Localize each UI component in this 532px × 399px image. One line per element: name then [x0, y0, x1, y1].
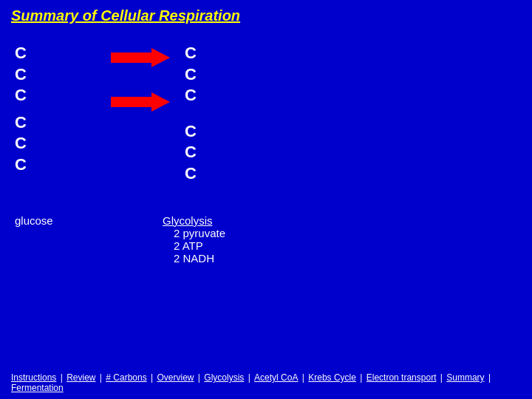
- glycolysis-detail2: 2 ATP: [174, 239, 225, 252]
- nav-fermentation[interactable]: Fermentation: [11, 383, 64, 393]
- nav-electron[interactable]: Electron transport: [366, 372, 437, 383]
- nav-glycolysis[interactable]: Glycolysis: [204, 372, 244, 383]
- carbon-c2: C: [15, 64, 103, 86]
- nav-acetyl[interactable]: Acetyl CoA: [254, 372, 298, 383]
- left-top-carbons: C C C: [15, 43, 103, 106]
- left-bottom-carbons: C C C: [15, 112, 103, 176]
- carbon-c3: C: [15, 85, 103, 106]
- right-carbon-column: C C C C C C: [185, 43, 197, 185]
- nav-instructions[interactable]: Instructions: [11, 372, 56, 383]
- nav-krebs[interactable]: Krebs Cycle: [308, 372, 356, 383]
- glycolysis-info: Glycolysis 2 pyruvate 2 ATP 2 NADH: [163, 214, 225, 265]
- right-top-carbons: C C C: [185, 43, 197, 106]
- carbon-c6: C: [15, 154, 103, 176]
- glycolysis-link[interactable]: Glycolysis: [163, 214, 225, 227]
- bottom-arrow: [111, 91, 170, 113]
- nav-carbons[interactable]: # Carbons: [106, 372, 146, 383]
- carbon-c5: C: [15, 133, 103, 154]
- carbon-r4: C: [185, 121, 197, 143]
- nav-review[interactable]: Review: [66, 372, 95, 383]
- carbon-r6: C: [185, 163, 197, 185]
- bottom-nav: Instructions | Review | # Carbons | Over…: [0, 372, 532, 393]
- carbon-r5: C: [185, 142, 197, 163]
- carbon-r1: C: [185, 43, 197, 64]
- right-bottom-carbons: C C C: [185, 121, 197, 185]
- svg-marker-1: [111, 92, 170, 112]
- left-carbon-column: C C C C C C: [15, 43, 103, 185]
- svg-marker-0: [111, 48, 170, 67]
- carbon-c4: C: [15, 112, 103, 134]
- glycolysis-detail3: 2 NADH: [174, 252, 225, 265]
- carbon-c1: C: [15, 43, 103, 64]
- carbon-r3: C: [185, 85, 197, 106]
- labels-section: glucose Glycolysis 2 pyruvate 2 ATP 2 NA…: [0, 200, 532, 265]
- glucose-label: glucose: [15, 214, 103, 265]
- top-arrow: [111, 47, 170, 69]
- nav-overview[interactable]: Overview: [157, 372, 194, 383]
- nav-summary[interactable]: Summary: [446, 372, 484, 383]
- carbon-r2: C: [185, 64, 197, 86]
- page-title: Summary of Cellular Respiration: [0, 0, 532, 28]
- arrows-column: [111, 43, 170, 185]
- glycolysis-detail1: 2 pyruvate: [174, 227, 225, 239]
